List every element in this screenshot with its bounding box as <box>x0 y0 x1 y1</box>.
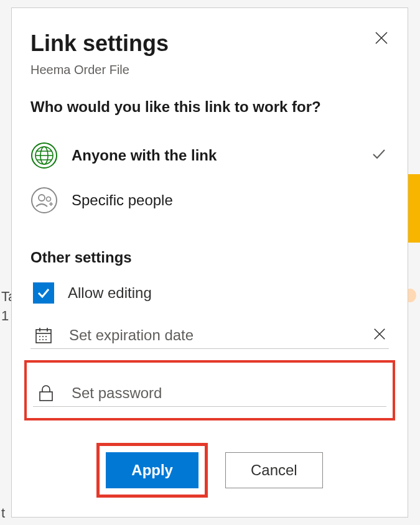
password-input[interactable] <box>70 384 386 402</box>
svg-point-8 <box>42 336 44 337</box>
svg-point-11 <box>42 339 44 340</box>
option-specific-label: Specific people <box>72 192 389 209</box>
other-settings-heading: Other settings <box>30 249 389 266</box>
link-settings-dialog: Link settings Heema Order File Who would… <box>11 7 408 518</box>
allow-editing-row[interactable]: Allow editing <box>30 277 389 309</box>
dialog-title: Link settings <box>30 30 169 57</box>
svg-point-5 <box>47 197 51 202</box>
password-highlight <box>24 360 395 420</box>
password-row <box>33 375 386 407</box>
expiration-input[interactable] <box>68 326 359 345</box>
apply-button[interactable]: Apply <box>106 452 198 488</box>
svg-point-7 <box>39 336 40 337</box>
globe-icon <box>30 142 58 169</box>
svg-rect-13 <box>40 392 52 401</box>
scope-question: Who would you like this link to work for… <box>30 98 389 116</box>
checkmark-icon <box>371 147 389 164</box>
check-icon <box>36 286 51 300</box>
svg-point-9 <box>45 336 47 337</box>
svg-point-10 <box>39 339 40 340</box>
dialog-subtitle: Heema Order File <box>30 63 169 77</box>
clear-expiration-button[interactable] <box>373 327 389 343</box>
cancel-button[interactable]: Cancel <box>225 452 323 488</box>
apply-highlight: Apply <box>96 443 208 498</box>
option-anyone-label: Anyone with the link <box>72 147 358 164</box>
calendar-icon <box>33 326 54 345</box>
svg-point-4 <box>39 195 45 201</box>
lock-icon <box>35 384 57 402</box>
allow-editing-label: Allow editing <box>68 284 152 302</box>
close-icon <box>374 30 389 45</box>
expiration-row <box>30 317 389 349</box>
allow-editing-checkbox[interactable] <box>33 282 54 304</box>
option-anyone[interactable]: Anyone with the link <box>30 136 389 175</box>
close-icon <box>373 327 386 341</box>
svg-point-12 <box>45 339 47 340</box>
people-icon <box>30 187 58 214</box>
option-specific-people[interactable]: Specific people <box>30 180 389 220</box>
svg-rect-6 <box>36 330 51 343</box>
close-button[interactable] <box>374 30 389 48</box>
